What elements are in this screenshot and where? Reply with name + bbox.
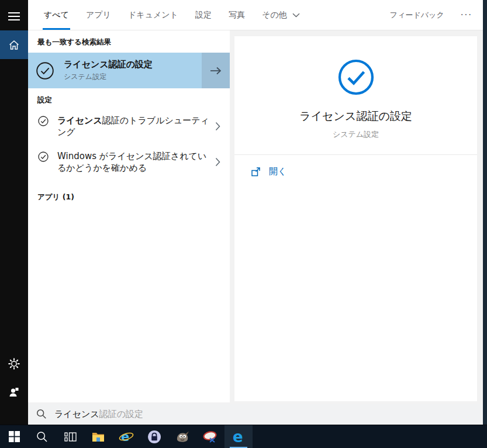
desktop-edge-strip	[483, 0, 487, 425]
taskbar: e	[0, 425, 487, 448]
tab-all-label: すべて	[44, 10, 69, 20]
feedback-button[interactable]: フィードバック	[390, 10, 444, 20]
hamburger-menu-button[interactable]	[0, 2, 28, 30]
activation-check-icon-large	[337, 58, 375, 96]
tab-settings[interactable]: 設定	[195, 0, 212, 30]
keepass-lock-icon	[147, 430, 161, 444]
result-label: ライセンス認証のトラブルシューティング	[57, 115, 210, 139]
left-rail	[0, 0, 28, 425]
preview-summary: ライセンス認証の設定 システム設定	[234, 36, 477, 140]
more-options-button[interactable]: ···	[461, 10, 472, 20]
best-match-expand-button[interactable]	[202, 53, 230, 88]
search-icon	[36, 431, 48, 443]
chevron-down-icon	[292, 13, 300, 18]
tab-all[interactable]: すべて	[44, 0, 69, 30]
preview-title: ライセンス認証の設定	[299, 109, 412, 124]
best-match-title: ライセンス認証の設定	[64, 59, 202, 70]
account-person-icon	[8, 385, 20, 398]
task-view-icon	[64, 432, 77, 442]
tabbar-right-cluster: フィードバック ···	[390, 0, 483, 30]
folder-icon	[92, 432, 105, 442]
tab-apps-label: アプリ	[86, 10, 111, 20]
tab-photos-label: 写真	[229, 10, 245, 20]
search-inline-suggestion: 認証の設定	[99, 409, 143, 419]
tab-more[interactable]: その他	[262, 0, 300, 30]
image-app-button[interactable]	[196, 425, 224, 448]
chevron-right-icon	[215, 157, 220, 167]
file-explorer-button[interactable]	[84, 425, 112, 448]
rail-home-button[interactable]	[0, 30, 28, 59]
check-circle-icon	[37, 115, 49, 127]
windows-logo-icon	[9, 431, 20, 442]
gimp-wilber-icon	[175, 430, 189, 443]
rail-account-button[interactable]	[0, 378, 28, 406]
rail-settings-button[interactable]	[0, 350, 28, 378]
result-activation-troubleshooting[interactable]: ライセンス認証のトラブルシューティング	[28, 109, 230, 144]
best-match-result[interactable]: ライセンス認証の設定 システム設定	[28, 53, 230, 88]
result-preview-pane: ライセンス認証の設定 システム設定 開く	[234, 36, 477, 401]
search-query-text: ライセンス認証の設定	[54, 409, 143, 420]
keepass-button[interactable]	[140, 425, 168, 448]
tab-more-label: その他	[262, 10, 287, 20]
tab-photos[interactable]: 写真	[229, 0, 245, 30]
settings-section-header: 設定	[28, 88, 230, 105]
result-label: Windows がライセンス認証されているかどうかを確かめる	[57, 150, 210, 174]
home-icon	[8, 39, 20, 51]
edge-icon: e	[230, 429, 247, 445]
tab-documents[interactable]: ドキュメント	[128, 0, 178, 30]
internet-explorer-button[interactable]: e	[112, 425, 140, 448]
arrow-right-icon	[209, 66, 222, 75]
open-action-button[interactable]: 開く	[234, 155, 477, 177]
activation-check-icon	[35, 61, 55, 81]
best-match-texts: ライセンス認証の設定 システム設定	[64, 59, 202, 82]
search-filter-tabbar: すべて アプリ ドキュメント 設定 写真 その他 フィードバック ···	[28, 0, 483, 30]
tab-documents-label: ドキュメント	[128, 10, 178, 20]
best-match-header: 最も一致する検索結果	[28, 30, 230, 47]
svg-text:e: e	[233, 429, 243, 445]
tab-settings-label: 設定	[195, 10, 212, 20]
matched-query-part: ライセンス	[57, 115, 102, 126]
taskbar-search-button[interactable]	[28, 425, 56, 448]
edge-button[interactable]: e	[224, 425, 253, 448]
windows-search-flyout: すべて アプリ ドキュメント 設定 写真 その他 フィードバック ··· 最も一…	[0, 0, 487, 448]
result-label-rest: Windows がライセンス認証されているかどうかを確かめる	[57, 151, 206, 173]
search-results-panel: 最も一致する検索結果 ライセンス認証の設定 システム設定 設定	[28, 30, 230, 402]
check-circle-icon	[37, 151, 49, 163]
gimp-button[interactable]	[168, 425, 196, 448]
tab-apps[interactable]: アプリ	[86, 0, 111, 30]
svg-text:e: e	[121, 430, 129, 444]
open-label: 開く	[269, 166, 286, 177]
settings-results-group: ライセンス認証のトラブルシューティング Windows がライセンス認証されてい…	[28, 109, 230, 180]
result-check-windows-activated[interactable]: Windows がライセンス認証されているかどうかを確かめる	[28, 144, 230, 180]
search-typed-text: ライセンス	[54, 409, 99, 419]
hamburger-icon	[8, 10, 20, 23]
search-input[interactable]: ライセンス認証の設定	[28, 404, 483, 425]
image-app-icon	[203, 430, 218, 443]
open-external-icon	[250, 167, 261, 177]
task-view-button[interactable]	[56, 425, 84, 448]
apps-section-header: アプリ (1)	[28, 185, 230, 202]
gear-icon	[8, 357, 20, 370]
search-icon	[36, 409, 47, 419]
preview-subtitle: システム設定	[333, 129, 379, 140]
start-button[interactable]	[0, 425, 28, 448]
chevron-right-icon	[215, 122, 220, 131]
best-match-subtitle: システム設定	[64, 72, 202, 82]
internet-explorer-icon: e	[119, 429, 134, 444]
